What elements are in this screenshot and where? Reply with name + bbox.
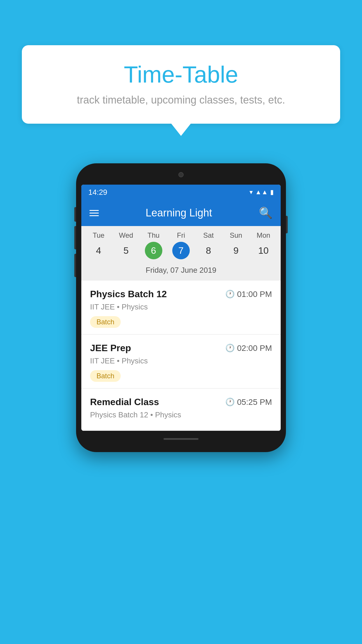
silent-button	[74, 207, 76, 222]
day-name: Wed	[119, 231, 133, 239]
day-name: Tue	[93, 231, 104, 239]
hamburger-menu[interactable]	[89, 210, 99, 216]
day-name: Sun	[230, 231, 242, 239]
volume-down-button	[74, 254, 76, 277]
status-icons: ▾ ▲▲ ▮	[249, 188, 274, 196]
notch	[158, 169, 204, 181]
class-list: Physics Batch 12🕐 01:00 PMIIT JEE • Phys…	[81, 281, 281, 431]
signal-icon: ▲▲	[255, 188, 268, 196]
day-name: Mon	[256, 231, 270, 239]
day-number[interactable]: 5	[117, 242, 135, 259]
wifi-icon: ▾	[249, 188, 253, 196]
day-col-mon[interactable]: Mon10	[251, 231, 276, 259]
day-col-sun[interactable]: Sun9	[224, 231, 248, 259]
phone-outer: 14:29 ▾ ▲▲ ▮ Learning Light 🔍 Tue4	[76, 163, 286, 452]
day-col-tue[interactable]: Tue4	[86, 231, 111, 259]
day-col-sat[interactable]: Sat8	[196, 231, 221, 259]
clock-icon: 🕐	[225, 344, 235, 353]
class-subject: Physics Batch 12 • Physics	[90, 410, 272, 419]
day-col-thu[interactable]: Thu6	[141, 231, 166, 259]
day-name: Fri	[177, 231, 185, 239]
days-row: Tue4Wed5Thu6Fri7Sat8Sun9Mon10	[81, 231, 281, 259]
bubble-subtitle: track timetable, upcoming classes, tests…	[39, 94, 323, 106]
phone-bottom-bar	[81, 431, 281, 447]
class-item[interactable]: JEE Prep🕐 02:00 PMIIT JEE • PhysicsBatch	[81, 335, 281, 388]
calendar-strip: Tue4Wed5Thu6Fri7Sat8Sun9Mon10 Friday, 07…	[81, 226, 281, 281]
clock-icon: 🕐	[225, 398, 235, 407]
day-number[interactable]: 9	[227, 242, 245, 259]
class-time: 🕐 01:00 PM	[225, 290, 272, 299]
status-time: 14:29	[88, 188, 107, 197]
bubble-title: Time-Table	[39, 61, 323, 88]
class-name: Remedial Class	[90, 397, 159, 407]
class-item[interactable]: Remedial Class🕐 05:25 PMPhysics Batch 12…	[81, 388, 281, 431]
class-header: Remedial Class🕐 05:25 PM	[90, 397, 272, 407]
selected-date: Friday, 07 June 2019	[81, 262, 281, 278]
day-name: Sat	[203, 231, 214, 239]
class-time: 🕐 02:00 PM	[225, 344, 272, 353]
day-number[interactable]: 4	[90, 242, 107, 259]
class-name: JEE Prep	[90, 343, 131, 354]
day-number[interactable]: 6	[145, 242, 162, 259]
app-bar-title: Learning Light	[145, 207, 212, 219]
batch-badge: Batch	[90, 316, 121, 328]
class-subject: IIT JEE • Physics	[90, 356, 272, 365]
clock-icon: 🕐	[225, 290, 235, 299]
day-number[interactable]: 8	[200, 242, 217, 259]
phone-screen: 14:29 ▾ ▲▲ ▮ Learning Light 🔍 Tue4	[81, 185, 281, 431]
volume-up-button	[74, 226, 76, 249]
battery-icon: ▮	[270, 188, 274, 196]
day-number[interactable]: 7	[172, 242, 190, 259]
day-col-wed[interactable]: Wed5	[114, 231, 138, 259]
home-indicator	[164, 438, 198, 440]
class-time: 🕐 05:25 PM	[225, 398, 272, 407]
class-header: JEE Prep🕐 02:00 PM	[90, 343, 272, 354]
power-button	[286, 216, 288, 233]
day-number[interactable]: 10	[255, 242, 272, 259]
day-name: Thu	[147, 231, 159, 239]
class-name: Physics Batch 12	[90, 289, 167, 300]
phone-mockup: 14:29 ▾ ▲▲ ▮ Learning Light 🔍 Tue4	[76, 163, 286, 452]
phone-top-bar	[81, 169, 281, 185]
search-icon[interactable]: 🔍	[259, 206, 273, 219]
speech-bubble-container: Time-Table track timetable, upcoming cla…	[22, 45, 340, 124]
app-bar: Learning Light 🔍	[81, 200, 281, 226]
batch-badge: Batch	[90, 370, 121, 382]
status-bar: 14:29 ▾ ▲▲ ▮	[81, 185, 281, 200]
camera	[178, 172, 184, 177]
class-item[interactable]: Physics Batch 12🕐 01:00 PMIIT JEE • Phys…	[81, 281, 281, 335]
day-col-fri[interactable]: Fri7	[168, 231, 193, 259]
class-subject: IIT JEE • Physics	[90, 302, 272, 312]
speech-bubble: Time-Table track timetable, upcoming cla…	[22, 45, 340, 124]
class-header: Physics Batch 12🕐 01:00 PM	[90, 289, 272, 300]
